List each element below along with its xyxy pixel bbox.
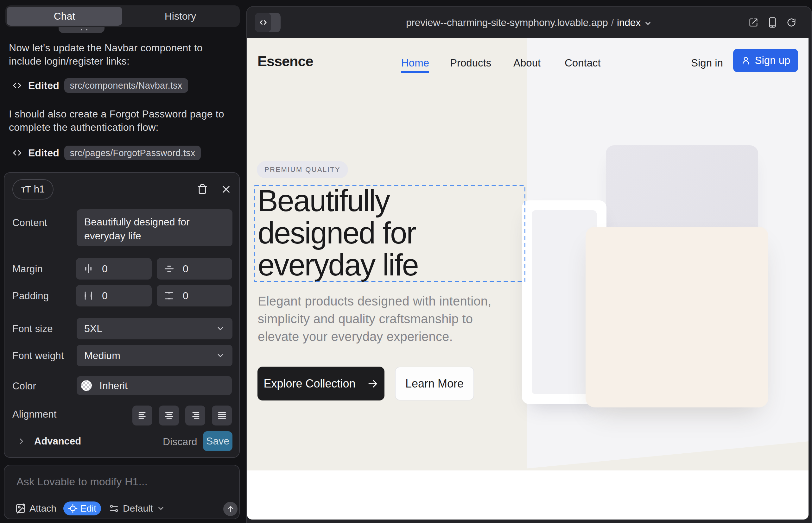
padding-horizontal-icon bbox=[83, 290, 94, 301]
chevron-right-icon bbox=[17, 437, 25, 446]
nav-link-contact[interactable]: Contact bbox=[565, 57, 601, 69]
url-separator: / bbox=[611, 17, 614, 29]
tab-history[interactable]: History bbox=[122, 7, 239, 26]
settings-icon bbox=[109, 503, 119, 513]
hero-headline[interactable]: Beautifully designed for everyday life bbox=[258, 184, 525, 281]
advanced-toggle[interactable]: Advanced bbox=[17, 436, 81, 447]
explore-collection-button[interactable]: Explore Collection bbox=[258, 366, 385, 400]
code-icon bbox=[12, 148, 22, 158]
padding-vertical-input[interactable]: 0 bbox=[157, 285, 232, 306]
padding-label: Padding bbox=[12, 290, 49, 302]
font-size-value: 5XL bbox=[84, 323, 102, 335]
sidebar-tabbar: Chat History bbox=[5, 5, 240, 27]
tab-chat[interactable]: Chat bbox=[7, 7, 122, 26]
color-select[interactable]: Inherit bbox=[77, 376, 232, 395]
content-label: Content bbox=[12, 217, 47, 229]
font-weight-label: Font weight bbox=[12, 350, 64, 362]
margin-horizontal-icon bbox=[83, 264, 94, 274]
attach-label: Attach bbox=[30, 503, 56, 514]
url-domain: preview--charming-site-symphony.lovable.… bbox=[406, 17, 608, 29]
preview-panel: preview--charming-site-symphony.lovable.… bbox=[246, 6, 812, 523]
element-editor-panel: тT h1 Content Beautifully designed for e… bbox=[4, 172, 240, 458]
refresh-button[interactable] bbox=[787, 18, 796, 27]
delete-element-button[interactable] bbox=[197, 183, 208, 195]
hero-paragraph: Elegant products designed with intention… bbox=[258, 292, 524, 345]
margin-horizontal-input[interactable]: 0 bbox=[76, 258, 152, 279]
edited-label: Edited bbox=[28, 80, 59, 91]
edit-mode-pill[interactable]: Edit bbox=[63, 502, 101, 516]
locate-icon bbox=[68, 504, 77, 513]
chevron-down-icon bbox=[216, 324, 225, 333]
file-chip[interactable]: src/components/Navbar.tsx bbox=[64, 78, 188, 93]
preview-topbar: preview--charming-site-symphony.lovable.… bbox=[247, 7, 811, 38]
edited-file-row[interactable]: Edited src/pages/ForgotPassword.tsx bbox=[12, 146, 201, 160]
color-label: Color bbox=[12, 381, 36, 392]
code-icon bbox=[12, 81, 22, 90]
color-value: Inherit bbox=[100, 380, 128, 392]
open-external-button[interactable] bbox=[749, 18, 758, 27]
advanced-label: Advanced bbox=[34, 436, 81, 447]
font-weight-select[interactable]: Medium bbox=[77, 345, 232, 366]
url-bar[interactable]: preview--charming-site-symphony.lovable.… bbox=[247, 7, 811, 38]
mode-selector[interactable]: Default bbox=[109, 503, 165, 514]
arrow-right-icon bbox=[367, 378, 378, 390]
content-input[interactable]: Beautifully designed for everyday life bbox=[77, 209, 232, 246]
nav-link-products[interactable]: Products bbox=[450, 57, 491, 69]
align-left-button[interactable] bbox=[133, 405, 152, 426]
font-size-select[interactable]: 5XL bbox=[77, 318, 232, 339]
chat-message: I should also create a Forgot Password p… bbox=[9, 107, 234, 134]
align-justify-button[interactable] bbox=[212, 405, 232, 426]
send-button[interactable] bbox=[223, 502, 237, 516]
chat-composer: Ask Lovable to modify H1... Attach Edit … bbox=[4, 465, 240, 519]
cta-primary-label: Explore Collection bbox=[264, 377, 355, 390]
hero-badge: PREMIUM QUALITY bbox=[257, 161, 348, 178]
nav-link-about[interactable]: About bbox=[513, 57, 541, 69]
font-size-label: Font size bbox=[12, 323, 53, 335]
truncated-chip bbox=[58, 27, 105, 33]
mobile-view-button[interactable] bbox=[768, 17, 777, 28]
edit-pill-label: Edit bbox=[81, 503, 96, 514]
edited-label: Edited bbox=[28, 147, 59, 159]
align-center-button[interactable] bbox=[159, 405, 179, 426]
learn-more-button[interactable]: Learn More bbox=[395, 366, 474, 400]
selected-element-tag: h1 bbox=[34, 184, 45, 195]
chat-message: Now let's update the Navbar component to… bbox=[9, 41, 234, 68]
padding-horizontal-value: 0 bbox=[102, 290, 108, 302]
save-button[interactable]: Save bbox=[203, 431, 232, 451]
image-plus-icon bbox=[15, 503, 26, 514]
tab-chat-label: Chat bbox=[54, 11, 75, 22]
margin-vertical-value: 0 bbox=[183, 263, 189, 275]
edited-file-row[interactable]: Edited src/components/Navbar.tsx bbox=[12, 78, 188, 93]
file-chip[interactable]: src/pages/ForgotPassword.tsx bbox=[64, 146, 201, 160]
chevron-down-icon bbox=[216, 351, 225, 360]
signup-label: Sign up bbox=[755, 54, 791, 67]
alignment-label: Alignment bbox=[12, 409, 57, 420]
padding-vertical-icon bbox=[164, 290, 175, 301]
cta-secondary-label: Learn More bbox=[405, 377, 464, 390]
align-right-button[interactable] bbox=[185, 405, 205, 426]
font-weight-value: Medium bbox=[84, 350, 120, 362]
signin-link[interactable]: Sign in bbox=[691, 57, 723, 69]
padding-vertical-value: 0 bbox=[183, 290, 189, 302]
chevron-down-icon bbox=[644, 19, 652, 28]
decor-card-beige bbox=[586, 227, 768, 408]
close-icon[interactable] bbox=[221, 184, 231, 194]
margin-vertical-icon bbox=[164, 264, 175, 274]
padding-horizontal-input[interactable]: 0 bbox=[76, 285, 152, 306]
nav-active-underline bbox=[401, 71, 429, 73]
composer-input[interactable]: Ask Lovable to modify H1... bbox=[16, 475, 147, 488]
discard-button[interactable]: Discard bbox=[163, 436, 197, 448]
type-icon: тT bbox=[21, 184, 31, 195]
nav-link-home[interactable]: Home bbox=[401, 57, 429, 69]
chevron-down-icon bbox=[157, 504, 165, 512]
attach-button[interactable]: Attach bbox=[15, 503, 56, 514]
margin-vertical-input[interactable]: 0 bbox=[157, 258, 232, 279]
site-brand[interactable]: Essence bbox=[258, 53, 313, 70]
tab-history-label: History bbox=[165, 11, 196, 22]
site-preview: Essence Home Products About Contact Sign… bbox=[247, 38, 809, 520]
signup-button[interactable]: Sign up bbox=[733, 49, 798, 72]
selected-element-pill[interactable]: тT h1 bbox=[12, 179, 54, 199]
chat-sidebar: Chat History Now let's update the Navbar… bbox=[0, 0, 244, 523]
url-page: index bbox=[617, 17, 641, 29]
margin-label: Margin bbox=[12, 264, 43, 275]
